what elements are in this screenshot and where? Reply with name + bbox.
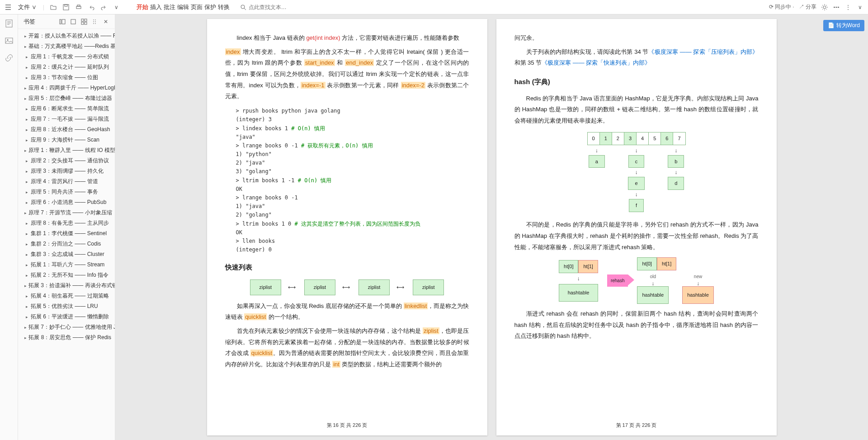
bookmark-item[interactable]: ▸原理 4：雷厉风行 —— 管道 xyxy=(18,176,115,187)
caret-icon: ▸ xyxy=(24,159,29,163)
bookmark-item[interactable]: ▸集群 1：李代桃僵 —— Sentinel xyxy=(18,228,115,239)
bookmark-label: 原理 4：雷厉风行 —— 管道 xyxy=(31,178,98,185)
undo-icon[interactable] xyxy=(88,4,95,11)
bookmark-item[interactable]: ▸拓展 1：耳听八方 —— Stream xyxy=(18,260,115,270)
bookmark-item[interactable]: ▸应用 6：断尾求生 —— 简单限流 xyxy=(18,104,115,114)
bookmark-item[interactable]: ▸拓展 2：无所不知 —— Info 指令 xyxy=(18,270,115,280)
bookmark-item[interactable]: ▸集群 3：众志成城 —— Cluster xyxy=(18,249,115,260)
caret-icon: ▸ xyxy=(24,76,29,80)
bookmark-item[interactable]: ▸应用 9：大海捞针 —— Scan xyxy=(18,135,115,145)
menu-icon[interactable] xyxy=(5,4,12,11)
bookmark-item[interactable]: ▸原理 8：有备无患 —— 主从同步 xyxy=(18,218,115,228)
bookmark-tree: ▸开篇：授人以鱼不若授人以渔 —— Redi…▸基础：万丈高楼平地起 ——Red… xyxy=(18,29,115,440)
sync-status[interactable]: ⟳ 同步中 · xyxy=(769,3,794,11)
bookmark-item[interactable]: ▸原理 3：未雨绸缪 —— 持久化 xyxy=(18,166,115,176)
svg-rect-16 xyxy=(85,19,87,21)
tab-1[interactable]: 插入 xyxy=(149,2,163,12)
link-rail-icon[interactable] xyxy=(5,53,14,62)
caret-icon: ▸ xyxy=(24,200,29,205)
para: 渐进式 rehash 会在 rehash 的同时，保留新旧两个 hash 结构，… xyxy=(514,308,759,342)
page-17: 间冗余。 关于列表的内部结构实现，请阅读此书第 34 节《极度深寒 —— 探索「… xyxy=(496,19,777,435)
svg-rect-1 xyxy=(65,5,67,6)
main-toolbar: 文件 ∨ | ∨ 开始插入批注编辑页面保护转换 ⟳ 同步中 · ↗ 分享 ⋮ ∨ xyxy=(0,0,868,14)
convert-to-word-button[interactable]: 📄 转为Word xyxy=(823,20,864,31)
caret-icon: ▸ xyxy=(24,86,27,90)
bookmark-item[interactable]: ▸原理 2：交头接耳 —— 通信协议 xyxy=(18,156,115,166)
bookmark-label: 拓展 7：妙手仁心 —— 优雅地使用 Je… xyxy=(28,323,115,331)
bookmark-item[interactable]: ▸拓展 4：朝生暮死 —— 过期策略 xyxy=(18,291,115,301)
more-icon[interactable] xyxy=(833,4,840,11)
sb-icon-1[interactable] xyxy=(59,18,66,25)
tab-6[interactable]: 转换 xyxy=(217,2,231,12)
bookmark-item[interactable]: ▸应用 2：缓兵之计 —— 延时队列 xyxy=(18,62,115,72)
bookmark-label: 拓展 4：朝生暮死 —— 过期策略 xyxy=(31,292,109,300)
menu2-icon[interactable]: ⋮ xyxy=(844,4,852,11)
bookmark-item[interactable]: ▸拓展 8：居安思危 —— 保护 Redis xyxy=(18,332,115,343)
bookmark-item[interactable]: ▸拓展 7：妙手仁心 —— 优雅地使用 Je… xyxy=(18,322,115,332)
bookmark-item[interactable]: ▸拓展 5：优胜劣汰 —— LRU xyxy=(18,301,115,312)
bookmark-label: 集群 1：李代桃僵 —— Sentinel xyxy=(31,230,107,237)
dropdown-icon[interactable]: ∨ xyxy=(113,4,120,11)
document-viewport[interactable]: 📄 转为Word lindex 相当于 Java 链表的 get(int ind… xyxy=(115,14,868,440)
svg-rect-14 xyxy=(71,19,75,24)
bookmark-item[interactable]: ▸应用 8：近水楼台 —— GeoHash xyxy=(18,124,115,135)
caret-icon: ▸ xyxy=(24,138,29,142)
caret-icon: ▸ xyxy=(24,211,27,215)
caret-icon: ▸ xyxy=(24,148,27,153)
caret-icon: ▸ xyxy=(24,294,29,298)
open-icon[interactable] xyxy=(50,4,57,11)
tab-0[interactable]: 开始 xyxy=(136,2,149,12)
tab-3[interactable]: 编辑 xyxy=(176,2,190,12)
bookmark-item[interactable]: ▸集群 2：分而治之 —— Codis xyxy=(18,239,115,249)
bookmark-item[interactable]: ▸原理 7：开源节流 —— 小对象压缩 xyxy=(18,208,115,218)
sb-icon-2[interactable] xyxy=(70,18,77,25)
bookmark-sidebar: 书签 ✕ ▸开篇：授人以鱼不若授人以渔 —— Redi…▸基础：万丈高楼平地起 … xyxy=(18,14,115,440)
bookmark-item[interactable]: ▸应用 5：层峦叠嶂 —— 布隆过滤器 xyxy=(18,93,115,104)
caret-icon: ▸ xyxy=(24,180,29,184)
file-menu[interactable]: 文件 ∨ xyxy=(17,1,38,13)
caret-icon: ▸ xyxy=(24,34,27,38)
bookmark-label: 原理 7：开源节流 —— 小对象压缩 xyxy=(28,209,112,217)
tab-2[interactable]: 批注 xyxy=(163,2,176,12)
rehash-diagram: ht[0]ht[1] ↓ hashtable rehash ht[0]ht[1]… xyxy=(514,257,759,304)
close-icon[interactable]: ✕ xyxy=(102,18,109,25)
svg-rect-3 xyxy=(77,5,80,6)
bookmark-label: 原理 8：有备无患 —— 主从同步 xyxy=(31,219,109,227)
search-input[interactable] xyxy=(249,4,303,10)
sidebar-header: 书签 ✕ xyxy=(18,14,115,29)
print-icon[interactable] xyxy=(75,4,82,11)
bookmark-item[interactable]: ▸应用 3：节衣缩食 —— 位图 xyxy=(18,72,115,83)
bookmark-item[interactable]: ▸应用 4：四两拨千斤 —— HyperLogLog xyxy=(18,83,115,93)
bookmark-rail-icon[interactable] xyxy=(5,19,14,28)
bookmark-item[interactable]: ▸应用 1：千帆竞发 —— 分布式锁 xyxy=(18,52,115,62)
bookmark-item[interactable]: ▸原理 5：同舟共济 —— 事务 xyxy=(18,187,115,197)
bookmark-label: 应用 4：四两拨千斤 —— HyperLogLog xyxy=(28,84,115,92)
tab-4[interactable]: 页面 xyxy=(190,2,203,12)
bookmark-label: 拓展 8：居安思危 —— 保护 Redis xyxy=(28,334,111,341)
sb-icon-3[interactable] xyxy=(80,18,88,25)
caret-icon: ▸ xyxy=(24,315,29,319)
search-box[interactable] xyxy=(236,3,307,12)
tab-5[interactable]: 保护 xyxy=(203,2,217,12)
bookmark-item[interactable]: ▸拓展 3：拾遗漏补 —— 再谈分布式锁 xyxy=(18,280,115,291)
left-rail xyxy=(0,14,18,440)
bookmark-label: 应用 1：千帆竞发 —— 分布式锁 xyxy=(31,53,109,61)
bookmark-item[interactable]: ▸应用 7：一毛不拔 —— 漏斗限流 xyxy=(18,114,115,124)
svg-rect-12 xyxy=(60,19,61,24)
bookmark-item[interactable]: ▸拓展 6：平波缓进 —— 懒惰删除 xyxy=(18,312,115,322)
bookmark-item[interactable]: ▸原理 6：小道消息 —— PubSub xyxy=(18,197,115,208)
para: 关于列表的内部结构实现，请阅读此书第 34 节《极度深寒 —— 探索「压缩列表」… xyxy=(514,47,759,69)
redo-icon[interactable] xyxy=(100,4,108,11)
bookmark-item[interactable]: ▸开篇：授人以鱼不若授人以渔 —— Redi… xyxy=(18,31,115,41)
sb-icon-4[interactable] xyxy=(91,18,99,25)
share-button[interactable]: ↗ 分享 xyxy=(799,3,816,11)
collapse-icon[interactable]: ∨ xyxy=(856,4,863,11)
bookmark-item[interactable]: ▸基础：万丈高楼平地起 ——Redis 基础… xyxy=(18,41,115,52)
save-icon[interactable] xyxy=(62,4,70,11)
image-rail-icon[interactable] xyxy=(5,36,14,45)
bookmark-item[interactable]: ▸原理 1：鞭辟入里 —— 线程 IO 模型 xyxy=(18,145,115,156)
settings-icon[interactable] xyxy=(821,4,828,11)
svg-rect-15 xyxy=(81,19,84,21)
page-number: 第 17 页 共 226 页 xyxy=(496,421,777,430)
svg-rect-9 xyxy=(6,20,12,27)
